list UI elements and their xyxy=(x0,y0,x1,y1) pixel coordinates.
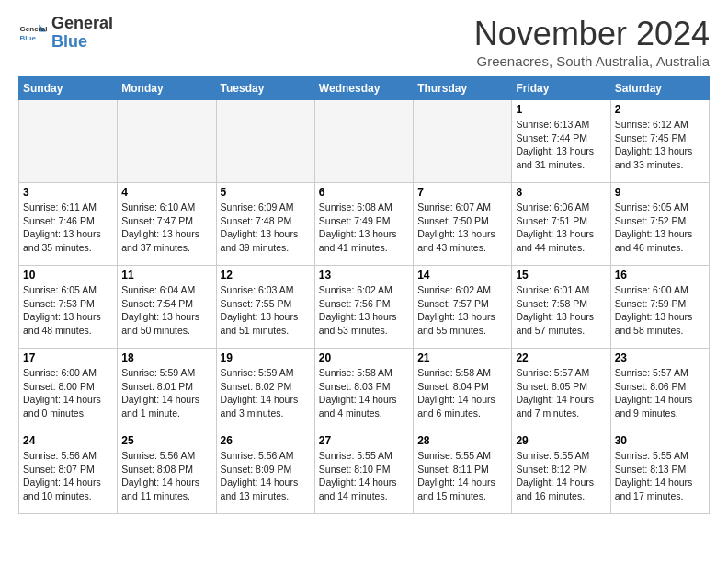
logo-line2: Blue xyxy=(51,32,87,51)
day-number: 20 xyxy=(319,351,409,364)
calendar-cell: 6Sunrise: 6:08 AM Sunset: 7:49 PM Daylig… xyxy=(314,183,413,266)
svg-text:General: General xyxy=(20,25,48,33)
day-info: Sunrise: 6:04 AM Sunset: 7:54 PM Dayligh… xyxy=(121,283,211,338)
day-info: Sunrise: 6:03 AM Sunset: 7:55 PM Dayligh… xyxy=(221,283,311,338)
day-number: 4 xyxy=(121,186,211,199)
day-number: 26 xyxy=(221,434,311,447)
day-info: Sunrise: 6:00 AM Sunset: 7:59 PM Dayligh… xyxy=(615,283,705,338)
day-number: 8 xyxy=(516,186,606,199)
day-number: 18 xyxy=(121,351,211,364)
day-info: Sunrise: 6:06 AM Sunset: 7:51 PM Dayligh… xyxy=(516,201,606,255)
day-info: Sunrise: 6:12 AM Sunset: 7:45 PM Dayligh… xyxy=(615,118,705,172)
logo-line1: General xyxy=(51,15,113,33)
calendar-cell: 10Sunrise: 6:05 AM Sunset: 7:53 PM Dayli… xyxy=(19,266,118,349)
day-info: Sunrise: 6:02 AM Sunset: 7:57 PM Dayligh… xyxy=(417,283,507,338)
week-row-2: 3Sunrise: 6:11 AM Sunset: 7:46 PM Daylig… xyxy=(19,183,710,266)
week-row-1: 1Sunrise: 6:13 AM Sunset: 7:44 PM Daylig… xyxy=(19,100,710,183)
day-info: Sunrise: 5:55 AM Sunset: 8:13 PM Dayligh… xyxy=(615,449,705,503)
weekday-header-tuesday: Tuesday xyxy=(216,77,314,100)
header: General Blue General Blue November 2024 … xyxy=(18,15,710,69)
calendar-table: SundayMondayTuesdayWednesdayThursdayFrid… xyxy=(18,76,710,514)
calendar-cell: 27Sunrise: 5:55 AM Sunset: 8:10 PM Dayli… xyxy=(314,431,413,514)
day-info: Sunrise: 5:57 AM Sunset: 8:05 PM Dayligh… xyxy=(516,366,606,420)
day-info: Sunrise: 5:55 AM Sunset: 8:10 PM Dayligh… xyxy=(319,449,409,503)
weekday-row: SundayMondayTuesdayWednesdayThursdayFrid… xyxy=(19,77,710,100)
day-info: Sunrise: 5:55 AM Sunset: 8:11 PM Dayligh… xyxy=(417,449,507,503)
day-number: 23 xyxy=(615,351,705,364)
logo: General Blue General Blue xyxy=(18,15,113,52)
day-number: 2 xyxy=(615,103,705,116)
day-number: 16 xyxy=(615,269,705,282)
calendar-cell: 5Sunrise: 6:09 AM Sunset: 7:48 PM Daylig… xyxy=(216,183,314,266)
day-number: 11 xyxy=(121,269,211,282)
day-number: 1 xyxy=(516,103,606,116)
page: General Blue General Blue November 2024 … xyxy=(0,0,728,529)
svg-text:Blue: Blue xyxy=(20,34,37,42)
day-number: 24 xyxy=(23,434,113,447)
day-info: Sunrise: 5:55 AM Sunset: 8:12 PM Dayligh… xyxy=(516,449,606,503)
day-number: 29 xyxy=(516,434,606,447)
day-info: Sunrise: 6:00 AM Sunset: 8:00 PM Dayligh… xyxy=(23,366,113,420)
calendar-cell: 15Sunrise: 6:01 AM Sunset: 7:58 PM Dayli… xyxy=(512,266,610,349)
calendar-cell: 4Sunrise: 6:10 AM Sunset: 7:47 PM Daylig… xyxy=(118,183,216,266)
day-info: Sunrise: 5:56 AM Sunset: 8:09 PM Dayligh… xyxy=(221,449,311,503)
calendar-cell: 22Sunrise: 5:57 AM Sunset: 8:05 PM Dayli… xyxy=(512,349,610,431)
month-title: November 2024 xyxy=(474,15,710,53)
calendar-cell: 18Sunrise: 5:59 AM Sunset: 8:01 PM Dayli… xyxy=(118,349,216,431)
calendar-cell: 26Sunrise: 5:56 AM Sunset: 8:09 PM Dayli… xyxy=(216,431,314,514)
day-number: 3 xyxy=(23,186,113,199)
day-info: Sunrise: 6:11 AM Sunset: 7:46 PM Dayligh… xyxy=(23,201,113,255)
weekday-header-friday: Friday xyxy=(512,77,610,100)
day-info: Sunrise: 6:08 AM Sunset: 7:49 PM Dayligh… xyxy=(319,201,409,255)
logo-icon: General Blue xyxy=(18,18,48,48)
day-number: 6 xyxy=(319,186,409,199)
day-number: 19 xyxy=(221,351,311,364)
weekday-header-wednesday: Wednesday xyxy=(314,77,413,100)
calendar-header: SundayMondayTuesdayWednesdayThursdayFrid… xyxy=(19,77,710,100)
calendar-body: 1Sunrise: 6:13 AM Sunset: 7:44 PM Daylig… xyxy=(19,100,710,514)
weekday-header-thursday: Thursday xyxy=(414,77,512,100)
calendar-cell: 23Sunrise: 5:57 AM Sunset: 8:06 PM Dayli… xyxy=(610,349,709,431)
day-info: Sunrise: 6:10 AM Sunset: 7:47 PM Dayligh… xyxy=(121,201,211,255)
calendar-cell: 20Sunrise: 5:58 AM Sunset: 8:03 PM Dayli… xyxy=(314,349,413,431)
day-number: 30 xyxy=(615,434,705,447)
day-number: 21 xyxy=(417,351,507,364)
day-number: 27 xyxy=(319,434,409,447)
calendar-cell: 13Sunrise: 6:02 AM Sunset: 7:56 PM Dayli… xyxy=(314,266,413,349)
weekday-header-sunday: Sunday xyxy=(19,77,118,100)
day-info: Sunrise: 5:59 AM Sunset: 8:01 PM Dayligh… xyxy=(121,366,211,420)
day-number: 25 xyxy=(121,434,211,447)
calendar-cell xyxy=(314,100,413,183)
calendar-cell: 21Sunrise: 5:58 AM Sunset: 8:04 PM Dayli… xyxy=(414,349,512,431)
weekday-header-saturday: Saturday xyxy=(610,77,709,100)
day-info: Sunrise: 6:02 AM Sunset: 7:56 PM Dayligh… xyxy=(319,283,409,338)
title-block: November 2024 Greenacres, South Australi… xyxy=(474,15,710,69)
logo-text: General Blue xyxy=(51,15,113,52)
day-info: Sunrise: 6:13 AM Sunset: 7:44 PM Dayligh… xyxy=(516,118,606,172)
calendar-cell xyxy=(414,100,512,183)
calendar-cell: 1Sunrise: 6:13 AM Sunset: 7:44 PM Daylig… xyxy=(512,100,610,183)
calendar-cell: 8Sunrise: 6:06 AM Sunset: 7:51 PM Daylig… xyxy=(512,183,610,266)
day-number: 7 xyxy=(417,186,507,199)
week-row-4: 17Sunrise: 6:00 AM Sunset: 8:00 PM Dayli… xyxy=(19,349,710,431)
day-number: 15 xyxy=(516,269,606,282)
day-number: 9 xyxy=(615,186,705,199)
calendar-cell: 2Sunrise: 6:12 AM Sunset: 7:45 PM Daylig… xyxy=(610,100,709,183)
calendar-cell xyxy=(118,100,216,183)
day-number: 28 xyxy=(417,434,507,447)
week-row-5: 24Sunrise: 5:56 AM Sunset: 8:07 PM Dayli… xyxy=(19,431,710,514)
day-info: Sunrise: 5:56 AM Sunset: 8:08 PM Dayligh… xyxy=(121,449,211,503)
week-row-3: 10Sunrise: 6:05 AM Sunset: 7:53 PM Dayli… xyxy=(19,266,710,349)
day-number: 22 xyxy=(516,351,606,364)
calendar-cell: 30Sunrise: 5:55 AM Sunset: 8:13 PM Dayli… xyxy=(610,431,709,514)
day-info: Sunrise: 6:09 AM Sunset: 7:48 PM Dayligh… xyxy=(221,201,311,255)
calendar-cell: 14Sunrise: 6:02 AM Sunset: 7:57 PM Dayli… xyxy=(414,266,512,349)
day-info: Sunrise: 5:58 AM Sunset: 8:04 PM Dayligh… xyxy=(417,366,507,420)
calendar-cell: 19Sunrise: 5:59 AM Sunset: 8:02 PM Dayli… xyxy=(216,349,314,431)
day-info: Sunrise: 6:05 AM Sunset: 7:53 PM Dayligh… xyxy=(23,283,113,338)
day-number: 10 xyxy=(23,269,113,282)
calendar-cell: 25Sunrise: 5:56 AM Sunset: 8:08 PM Dayli… xyxy=(118,431,216,514)
day-info: Sunrise: 6:07 AM Sunset: 7:50 PM Dayligh… xyxy=(417,201,507,255)
day-info: Sunrise: 5:58 AM Sunset: 8:03 PM Dayligh… xyxy=(319,366,409,420)
calendar-cell: 17Sunrise: 6:00 AM Sunset: 8:00 PM Dayli… xyxy=(19,349,118,431)
